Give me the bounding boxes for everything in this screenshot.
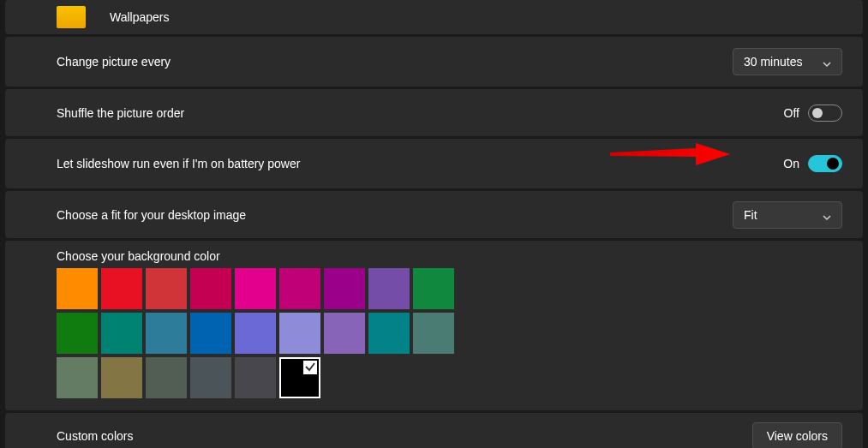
change-picture-value: 30 minutes (744, 55, 802, 69)
color-swatch[interactable] (235, 313, 276, 354)
color-swatch[interactable] (146, 357, 187, 398)
color-swatch[interactable] (324, 268, 365, 309)
change-picture-row: Change picture every 30 minutes (5, 37, 863, 87)
background-color-title: Choose your background color (57, 249, 842, 263)
color-swatch[interactable] (190, 313, 231, 354)
color-swatch[interactable] (235, 268, 276, 309)
change-picture-dropdown[interactable]: 30 minutes (733, 48, 842, 75)
battery-state-text: On (783, 157, 799, 170)
color-swatch[interactable] (279, 313, 320, 354)
custom-colors-label: Custom colors (57, 429, 752, 443)
custom-colors-row: Custom colors View colors (5, 413, 863, 448)
color-swatch[interactable] (235, 357, 276, 398)
color-swatch[interactable] (413, 268, 454, 309)
color-grid (57, 268, 842, 398)
view-colors-button[interactable]: View colors (752, 422, 842, 448)
color-swatch[interactable] (101, 313, 142, 354)
check-icon (304, 361, 316, 373)
battery-toggle[interactable] (808, 155, 842, 172)
color-swatch[interactable] (279, 357, 320, 398)
color-swatch[interactable] (190, 268, 231, 309)
color-swatch[interactable] (279, 268, 320, 309)
wallpapers-folder-row[interactable]: Wallpapers (5, 0, 863, 34)
color-swatch[interactable] (324, 313, 365, 354)
wallpapers-label: Wallpapers (110, 10, 842, 24)
color-swatch[interactable] (101, 357, 142, 398)
background-color-section: Choose your background color (5, 241, 863, 410)
battery-label: Let slideshow run even if I'm on battery… (57, 157, 783, 170)
chevron-down-icon (823, 57, 831, 66)
shuffle-toggle[interactable] (808, 105, 842, 122)
view-colors-label: View colors (767, 429, 828, 443)
shuffle-row: Shuffle the picture order Off (5, 89, 863, 136)
folder-icon (57, 6, 86, 28)
color-swatch[interactable] (101, 268, 142, 309)
shuffle-state-text: Off (784, 106, 799, 120)
color-swatch[interactable] (146, 268, 187, 309)
color-swatch[interactable] (146, 313, 187, 354)
color-swatch[interactable] (413, 313, 454, 354)
fit-value: Fit (744, 208, 757, 222)
change-picture-label: Change picture every (57, 55, 733, 69)
color-swatch[interactable] (57, 357, 98, 398)
color-swatch[interactable] (57, 313, 98, 354)
color-swatch[interactable] (190, 357, 231, 398)
shuffle-label: Shuffle the picture order (57, 106, 784, 120)
fit-row: Choose a fit for your desktop image Fit (5, 191, 863, 238)
color-swatch[interactable] (57, 268, 98, 309)
fit-label: Choose a fit for your desktop image (57, 208, 733, 222)
color-swatch[interactable] (368, 268, 410, 309)
color-swatch[interactable] (368, 313, 410, 354)
battery-row: Let slideshow run even if I'm on battery… (5, 139, 863, 188)
fit-dropdown[interactable]: Fit (733, 201, 842, 229)
chevron-down-icon (823, 211, 831, 219)
